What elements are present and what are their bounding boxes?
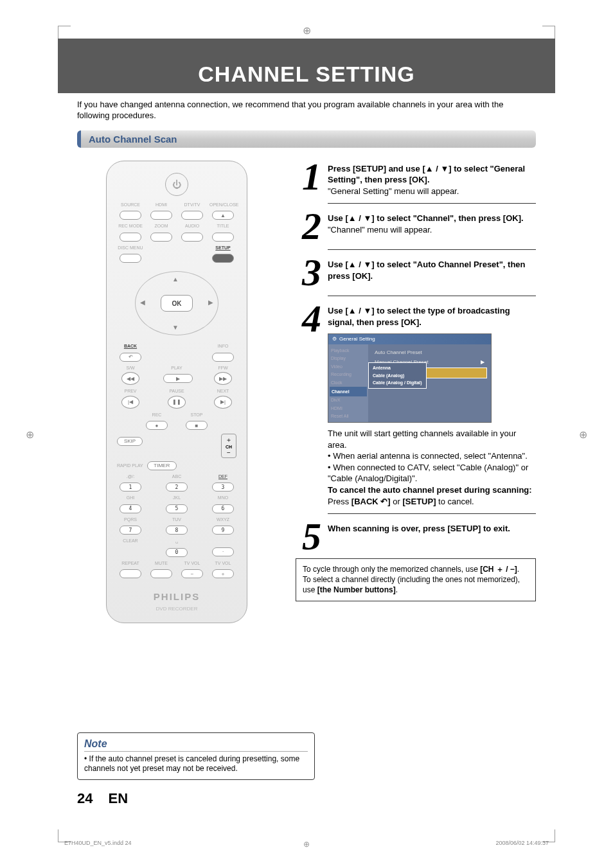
- left-arrow: ◀: [140, 299, 145, 306]
- footer-date: 2008/06/02 14:49:37: [495, 840, 549, 846]
- back-button: ↶: [120, 353, 141, 362]
- play-icon: ▶: [481, 359, 484, 366]
- header-spacer: [58, 39, 555, 58]
- step4-instruction: Use [▲ / ▼] to select the type of broadc…: [328, 306, 510, 327]
- remote-illustration: ⏻ SOURCE HDMI DTV/TV OPEN/CLOSE▲ REC MOD…: [106, 161, 247, 623]
- page-title: CHANNEL SETTING: [58, 58, 555, 93]
- step2-note: "Channel" menu will appear.: [328, 225, 432, 235]
- step-number-4: 4: [296, 303, 328, 335]
- setup-button: [212, 254, 234, 263]
- brand-subtitle: DVD RECORDER: [114, 606, 239, 612]
- down-arrow: ▼: [172, 324, 179, 331]
- step-number-3: 3: [296, 256, 328, 289]
- brand-logo: PHILIPS: [114, 591, 239, 602]
- ok-button: OK: [161, 295, 193, 312]
- power-icon: ⏻: [165, 173, 188, 196]
- step-number-1: 1: [296, 161, 328, 193]
- note-box: Note • If the auto channel preset is can…: [77, 732, 315, 780]
- target-icon: ⊕: [303, 840, 310, 849]
- step3-instruction: Use [▲ / ▼] to select "Auto Channel Pres…: [328, 260, 526, 281]
- step4-text: The unit will start getting channels ava…: [328, 429, 516, 450]
- intro-text: If you have changed antenna connection, …: [77, 100, 536, 121]
- section-heading: Auto Channel Scan: [77, 130, 536, 148]
- footer-file: E7H40UD_EN_v5.indd 24: [64, 840, 132, 846]
- step-number-2: 2: [296, 210, 328, 243]
- step1-note: "General Setting" menu will appear.: [328, 186, 459, 196]
- up-arrow: ▲: [172, 276, 179, 283]
- page-number: 24: [77, 790, 93, 806]
- right-arrow: ▶: [208, 299, 213, 306]
- page-language: EN: [109, 790, 129, 806]
- step1-instruction: Press [SETUP] and use [▲ / ▼] to select …: [328, 164, 525, 185]
- step5-instruction: When scanning is over, press [SETUP] to …: [328, 524, 510, 533]
- gear-icon: ⚙: [332, 336, 337, 343]
- tips-box: To cycle through only the memorized chan…: [296, 558, 536, 601]
- menu-screenshot: ⚙General Setting Playback Display Video …: [328, 333, 492, 423]
- step2-instruction: Use [▲ / ▼] to select "Channel", then pr…: [328, 213, 524, 223]
- step-number-5: 5: [296, 520, 328, 553]
